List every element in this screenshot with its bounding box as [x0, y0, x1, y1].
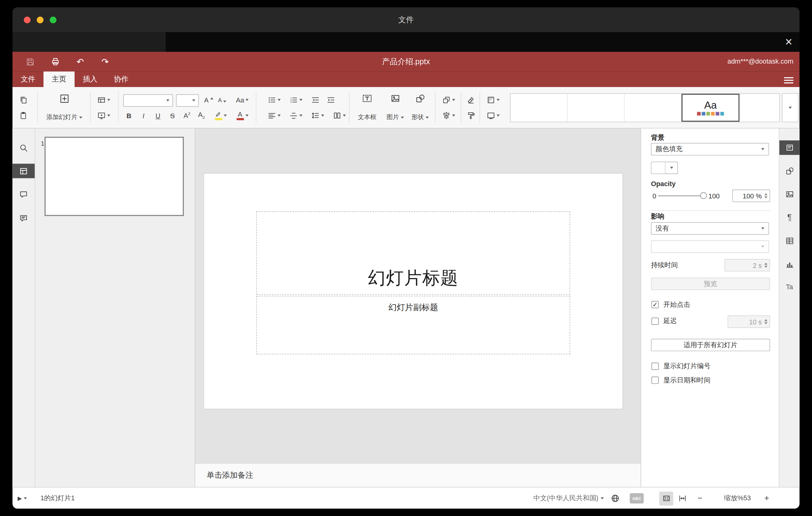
- image-button[interactable]: 图片: [383, 91, 407, 124]
- slide-thumbnail[interactable]: [45, 137, 184, 216]
- slides-panel-button[interactable]: [12, 164, 34, 178]
- image-settings-button[interactable]: [779, 187, 799, 202]
- zoom-light[interactable]: [50, 17, 56, 24]
- editing-canvas: 幻灯片标题 幻灯片副标题 单击添加备注: [195, 128, 641, 487]
- menu-icon[interactable]: [784, 76, 793, 85]
- subscript-icon: A2: [198, 111, 205, 120]
- opacity-input[interactable]: 100 %: [732, 190, 770, 202]
- spinner[interactable]: [764, 193, 767, 198]
- copy-button[interactable]: [17, 93, 30, 107]
- fit-width-button[interactable]: [678, 488, 687, 509]
- fill-color-picker[interactable]: [651, 162, 678, 174]
- decrease-font-button[interactable]: A: [215, 93, 229, 107]
- theme-option[interactable]: [511, 94, 568, 122]
- align-shape-button[interactable]: [438, 109, 459, 122]
- theme-option[interactable]: [740, 94, 779, 122]
- opacity-slider-track[interactable]: [658, 195, 704, 196]
- checkbox-unchecked[interactable]: [651, 376, 659, 383]
- slide[interactable]: 幻灯片标题 幻灯片副标题: [204, 173, 622, 409]
- tab-collaboration[interactable]: 协作: [106, 71, 137, 87]
- delay-checkbox[interactable]: 延迟: [651, 318, 677, 325]
- increase-font-button[interactable]: A: [202, 93, 216, 107]
- notes-area[interactable]: 单击添加备注: [195, 463, 641, 487]
- language-selector[interactable]: 中文(中华人民共和国): [533, 488, 604, 509]
- line-spacing-button[interactable]: [308, 109, 327, 122]
- highlight-color-button[interactable]: [210, 109, 231, 122]
- close-light[interactable]: [24, 17, 31, 24]
- underline-button[interactable]: U: [151, 109, 165, 122]
- text-art-settings-button[interactable]: Ta: [779, 279, 799, 294]
- show-date-time-checkbox[interactable]: 显示日期和时间: [651, 376, 710, 383]
- slide-title-placeholder[interactable]: 幻灯片标题: [256, 211, 570, 295]
- minimize-light[interactable]: [37, 17, 44, 24]
- fit-slide-button[interactable]: [659, 488, 673, 509]
- home-toolbar: 添加幻灯片 A A Aa: [12, 87, 799, 128]
- slide-settings-button[interactable]: [779, 140, 799, 155]
- columns-button[interactable]: [329, 109, 349, 122]
- shape-button[interactable]: 形状: [408, 91, 432, 124]
- checkbox-unchecked[interactable]: [651, 318, 659, 325]
- superscript-button[interactable]: A2: [180, 109, 194, 122]
- color-swatch: [651, 162, 665, 173]
- paragraph-settings-button[interactable]: ¶: [779, 210, 799, 225]
- show-slide-number-checkbox[interactable]: 显示幻灯片编号: [651, 363, 710, 370]
- theme-gallery-expand-button[interactable]: [782, 93, 799, 122]
- spellcheck-button[interactable]: ABC: [630, 488, 643, 509]
- comments-button[interactable]: [12, 187, 34, 202]
- zoom-out-button[interactable]: −: [698, 488, 702, 509]
- start-on-click-checkbox[interactable]: ✓ 开始点击: [651, 301, 691, 308]
- zoom-in-button[interactable]: +: [764, 488, 770, 509]
- font-color-button[interactable]: A: [232, 109, 253, 122]
- background-fill-select[interactable]: 颜色填充: [651, 143, 769, 155]
- search-button[interactable]: [12, 140, 34, 155]
- checkbox-checked[interactable]: ✓: [651, 301, 659, 308]
- shape-settings-button[interactable]: [779, 164, 799, 178]
- theme-option-selected[interactable]: Aa: [682, 94, 740, 122]
- tab-insert[interactable]: 插入: [75, 71, 106, 87]
- clear-style-button[interactable]: [464, 93, 477, 107]
- copy-style-button[interactable]: [464, 109, 477, 122]
- bullets-button[interactable]: [264, 93, 284, 107]
- vertical-align-button[interactable]: [286, 109, 306, 122]
- preview-button: 预览: [651, 278, 770, 290]
- slide-number-status: 1的幻灯片1: [40, 488, 75, 509]
- chart-settings-button[interactable]: [779, 257, 799, 271]
- change-case-button[interactable]: Aa: [232, 93, 253, 107]
- duration-label: 持续时间: [651, 260, 678, 270]
- tab-home[interactable]: 主页: [44, 71, 75, 87]
- shade-fill-button[interactable]: [483, 93, 503, 107]
- tab-file[interactable]: 文件: [12, 71, 44, 87]
- opacity-slider-knob[interactable]: [700, 192, 707, 199]
- slide-layout-button[interactable]: [93, 93, 114, 107]
- apply-to-all-button[interactable]: 适用于所有幻灯片: [651, 339, 770, 351]
- close-icon[interactable]: ×: [785, 33, 792, 51]
- bold-button[interactable]: B: [122, 109, 136, 122]
- table-settings-button[interactable]: [779, 234, 799, 248]
- background-panel: [12, 32, 166, 52]
- theme-option[interactable]: [568, 94, 625, 122]
- text-box-button[interactable]: 文本框: [353, 91, 381, 124]
- horizontal-align-button[interactable]: [264, 109, 284, 122]
- increase-indent-button[interactable]: [324, 93, 338, 107]
- arrange-shape-button[interactable]: [438, 93, 459, 107]
- strikethrough-button[interactable]: S: [166, 109, 179, 122]
- paste-button[interactable]: [17, 109, 30, 122]
- add-slide-button[interactable]: 添加幻灯片: [42, 91, 86, 124]
- theme-option[interactable]: [625, 94, 682, 122]
- decrease-indent-button[interactable]: [309, 93, 322, 107]
- effect-select[interactable]: 没有: [651, 222, 769, 234]
- set-language-button[interactable]: [611, 488, 620, 509]
- line-spacing-icon: [311, 111, 319, 120]
- start-slideshow-button[interactable]: [93, 109, 114, 122]
- delay-value: 10 s: [749, 318, 762, 325]
- subscript-button[interactable]: A2: [195, 109, 208, 122]
- italic-button[interactable]: I: [137, 109, 150, 122]
- start-slideshow-status-button[interactable]: ▶: [18, 488, 27, 509]
- font-name-combo[interactable]: [123, 94, 173, 107]
- slide-size-button[interactable]: [483, 109, 503, 122]
- font-size-combo[interactable]: [176, 94, 199, 107]
- slide-subtitle-placeholder[interactable]: 幻灯片副标题: [256, 296, 570, 354]
- feedback-button[interactable]: [12, 211, 34, 225]
- checkbox-unchecked[interactable]: [651, 363, 659, 370]
- numbering-button[interactable]: 1 2 3: [286, 93, 306, 107]
